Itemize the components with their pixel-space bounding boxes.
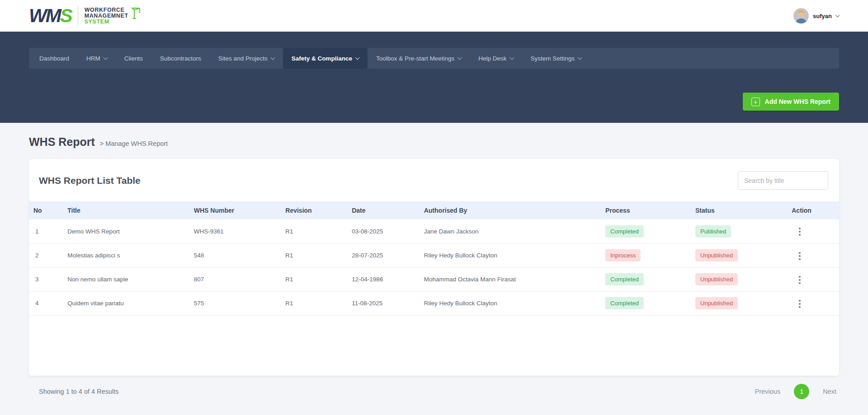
column-header-date: Date [347, 201, 419, 219]
cell-authorised-by: Riley Hedy Bullock Clayton [420, 243, 601, 267]
nav-item-help-desk[interactable]: Help Desk [470, 48, 522, 69]
cell-process: Completed [601, 291, 691, 315]
cell-action [787, 219, 839, 243]
nav-item-label: Dashboard [39, 55, 69, 62]
next-page-button[interactable]: Next [820, 387, 839, 396]
nav-item-label: Toolbox & Pre-start Meetings [376, 55, 454, 62]
avatar[interactable] [793, 8, 809, 23]
logo-letter-s: S [60, 5, 71, 26]
cell-date: 11-08-2025 [347, 291, 419, 315]
logo-line-workforce: WORKFORCE [85, 7, 128, 13]
crane-icon [131, 6, 142, 21]
nav-item-system-settings[interactable]: System Settings [522, 48, 590, 69]
card-title: WHS Report List Table [39, 175, 141, 186]
breadcrumb: WHS Report > Manage WHS Report [29, 135, 839, 150]
table-row: 3 Non nemo ullam sapie 807 R1 12-04-1986… [29, 267, 839, 291]
table-row: 2 Molestias adipisci s 548 R1 28-07-2025… [29, 243, 839, 267]
cell-action [787, 267, 839, 291]
nav-item-safety-compliance[interactable]: Safety & Compliance [283, 48, 368, 69]
nav-item-label: Subcontractors [160, 55, 201, 62]
logo-line-system: SYSTEM [85, 19, 128, 25]
nav-item-clients[interactable]: Clients [116, 48, 151, 69]
table-header-row: No Title WHS Number Revision Date Author… [29, 201, 839, 219]
nav-item-dashboard[interactable]: Dashboard [31, 48, 78, 69]
cell-status: Unpublished [691, 291, 787, 315]
cell-action [787, 243, 839, 267]
chevron-down-icon [578, 55, 582, 60]
status-badge: Unpublished [695, 273, 738, 285]
column-header-revision: Revision [281, 201, 347, 219]
plus-square-icon: + [751, 98, 760, 106]
column-header-no: No [29, 201, 63, 219]
nav-item-hrm[interactable]: HRM [78, 48, 116, 69]
logo-letter-m: M [46, 5, 60, 26]
cell-no: 1 [29, 219, 63, 243]
logo-divider [78, 6, 78, 25]
cell-title: Quidem vitae pariatu [63, 291, 189, 315]
page-content: WHS Report > Manage WHS Report WHS Repor… [0, 135, 868, 399]
chevron-down-icon [509, 55, 514, 60]
cell-date: 03-08-2025 [347, 219, 419, 243]
page-title: WHS Report [29, 135, 95, 149]
cell-whs-number: 575 [189, 291, 281, 315]
cell-status: Unpublished [691, 267, 787, 291]
nav-item-label: Clients [124, 55, 143, 62]
page-1-button[interactable]: 1 [794, 384, 809, 399]
cell-whs-number: 548 [189, 243, 281, 267]
list-footer: Showing 1 to 4 of 4 Results Previous 1 N… [29, 384, 839, 399]
cell-title: Demo WHS Report [63, 219, 189, 243]
nav-item-label: Help Desk [478, 55, 506, 62]
cell-revision: R1 [281, 219, 347, 243]
cell-date: 12-04-1986 [347, 267, 419, 291]
column-header-authorised-by: Authorised By [420, 201, 601, 219]
nav-item-label: System Settings [531, 55, 575, 62]
nav-item-subcontractors[interactable]: Subcontractors [151, 48, 210, 69]
column-header-title: Title [63, 201, 189, 219]
main-nav: Dashboard HRM Clients Subcontractors Sit… [29, 48, 839, 69]
cell-date: 28-07-2025 [347, 243, 419, 267]
nav-item-label: Safety & Compliance [292, 55, 352, 62]
search-input[interactable] [738, 171, 828, 190]
whs-report-table: No Title WHS Number Revision Date Author… [29, 201, 839, 316]
chevron-down-icon [270, 55, 275, 60]
logo-letter-w: W [29, 5, 46, 26]
nav-item-label: HRM [86, 55, 100, 62]
cell-whs-number: 807 [189, 267, 281, 291]
chevron-down-icon [835, 13, 840, 18]
row-actions-menu-button[interactable] [795, 225, 804, 238]
chevron-down-icon [355, 55, 360, 60]
nav-item-toolbox-pre-start-meetings[interactable]: Toolbox & Pre-start Meetings [368, 48, 470, 69]
cell-title: Non nemo ullam sapie [63, 267, 189, 291]
row-actions-menu-button[interactable] [795, 249, 804, 263]
add-new-whs-report-button[interactable]: + Add New WHS Report [743, 93, 839, 111]
cell-whs-number: WHS-9361 [189, 219, 281, 243]
status-badge: Published [695, 225, 731, 238]
table-row: 1 Demo WHS Report WHS-9361 R1 03-08-2025… [29, 219, 839, 243]
nav-item-label: Sites and Projects [218, 55, 268, 62]
cell-authorised-by: Riley Hedy Bullock Clayton [420, 291, 601, 315]
add-button-label: Add New WHS Report [765, 98, 830, 105]
row-actions-menu-button[interactable] [795, 273, 804, 287]
cell-authorised-by: Jane Dawn Jackson [420, 219, 601, 243]
whs-report-list-card: WHS Report List Table No Title WHS Numbe… [29, 159, 839, 376]
user-menu[interactable]: sufyan [793, 8, 839, 23]
cell-no: 3 [29, 267, 63, 291]
previous-page-button[interactable]: Previous [752, 387, 783, 396]
cell-authorised-by: Mohammad Octavia Mann Firasat [420, 267, 601, 291]
status-badge: Unpublished [695, 249, 738, 261]
cell-title: Molestias adipisci s [63, 243, 189, 267]
cell-process: Inprocess [601, 243, 691, 267]
table-row: 4 Quidem vitae pariatu 575 R1 11-08-2025… [29, 291, 839, 315]
pagination: Previous 1 Next [752, 384, 839, 399]
row-actions-menu-button[interactable] [795, 297, 804, 311]
cell-no: 2 [29, 243, 63, 267]
nav-item-sites-and-projects[interactable]: Sites and Projects [210, 48, 283, 69]
process-badge: Inprocess [605, 249, 641, 261]
results-count: Showing 1 to 4 of 4 Results [39, 388, 119, 395]
cell-revision: R1 [281, 267, 347, 291]
logo-line-management: MANAGEMNET [85, 13, 128, 19]
app-header: WMS WORKFORCE MANAGEMNET SYSTEM [0, 0, 868, 32]
process-badge: Completed [605, 273, 644, 285]
logo-wordmark: WORKFORCE MANAGEMNET SYSTEM [85, 7, 128, 25]
cell-status: Unpublished [691, 243, 787, 267]
